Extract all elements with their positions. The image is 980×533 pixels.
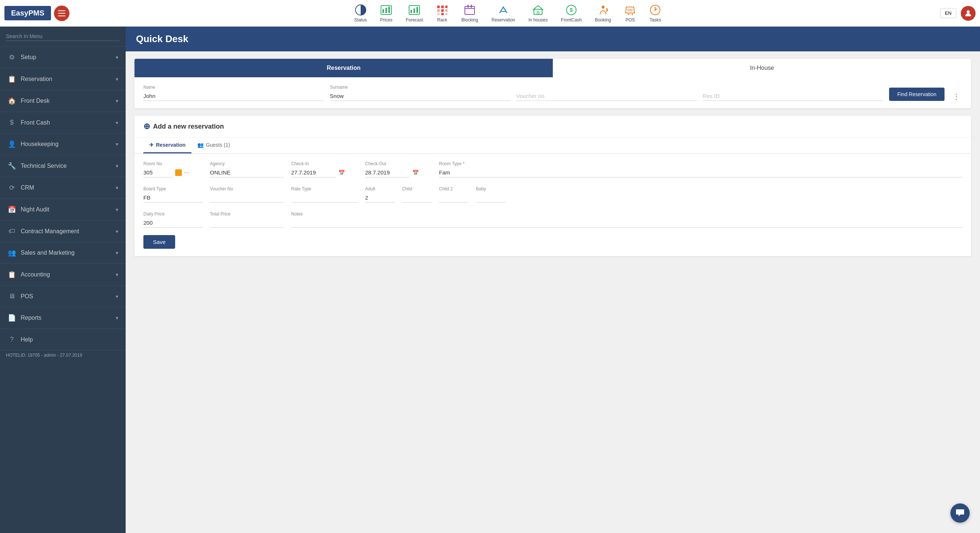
agency-cell: Agency	[210, 161, 284, 177]
notes-input[interactable]	[291, 218, 962, 228]
surname-input[interactable]	[330, 91, 511, 101]
page-title: Quick Desk	[136, 33, 188, 45]
svg-rect-16	[441, 13, 444, 15]
more-options-button[interactable]: ⋮	[950, 92, 962, 101]
inner-tab-reservation-label: Reservation	[156, 142, 186, 148]
sidebar-item-salesmarketing[interactable]: 👥 Sales and Marketing ▾	[0, 242, 126, 264]
agency-input[interactable]	[210, 168, 284, 177]
baby-input[interactable]	[476, 193, 506, 202]
sidebar-item-pos[interactable]: 🖥 POS ▾	[0, 286, 126, 307]
sidebar-item-crm[interactable]: ⟳ CRM ▾	[0, 177, 126, 199]
sidebar-item-setup-label: Setup	[21, 54, 36, 60]
checkout-calendar-icon[interactable]: 📅	[412, 170, 419, 175]
totalprice-input[interactable]	[210, 218, 284, 228]
nav-inhouses[interactable]: In houses	[522, 2, 554, 25]
sidebar-item-contractmgmt-label: Contract Management	[21, 228, 79, 235]
inner-tab-reservation-icon: ✈	[149, 142, 154, 148]
roomtype-input[interactable]	[439, 168, 962, 177]
sidebar: ⚙ Setup ▾ 📋 Reservation ▾ 🏠 Front Desk ▾…	[0, 27, 126, 533]
name-input[interactable]	[143, 91, 324, 101]
sidebar-item-housekeeping[interactable]: 👤 Housekeeping ▾	[0, 134, 126, 155]
sidebar-item-contractmgmt[interactable]: 🏷 Contract Management ▾	[0, 221, 126, 242]
page-header: Quick Desk	[126, 27, 980, 51]
nav-status[interactable]: Status	[348, 2, 374, 25]
sidebar-item-technicalservice[interactable]: 🔧 Technical Service ▾	[0, 155, 126, 177]
chat-bubble[interactable]	[950, 503, 970, 523]
checkin-calendar-icon[interactable]: 📅	[339, 170, 345, 175]
notes-label: Notes	[291, 212, 962, 216]
room-no-input[interactable]	[143, 168, 173, 177]
boardtype-input[interactable]	[143, 193, 202, 202]
child-label: Child	[402, 186, 432, 191]
nav-booking[interactable]: Booking	[588, 2, 617, 25]
nav-frontcash[interactable]: $ FrontCash	[554, 2, 588, 25]
nav-booking-label: Booking	[595, 18, 611, 22]
frontcash-icon: $	[565, 4, 577, 16]
sidebar-item-nightaudit[interactable]: 📅 Night Audit ▾	[0, 199, 126, 221]
nav-tasks[interactable]: Tasks	[643, 2, 668, 25]
ratetype-input[interactable]	[291, 193, 358, 202]
hamburger-button[interactable]	[54, 6, 70, 21]
add-reservation-title: Add a new reservation	[153, 123, 224, 130]
voucher-no-input[interactable]	[210, 193, 284, 202]
sidebar-item-reports[interactable]: 📄 Reports ▾	[0, 307, 126, 329]
child2-input[interactable]	[439, 193, 469, 202]
svg-rect-21	[471, 5, 472, 8]
svg-rect-3	[385, 8, 387, 13]
sidebar-item-frontcash[interactable]: $ Front Cash ▾	[0, 112, 126, 134]
checkin-input[interactable]	[291, 168, 336, 177]
child-input[interactable]	[402, 193, 432, 202]
svg-rect-7	[414, 8, 415, 13]
prices-icon	[380, 4, 392, 16]
ratetype-label: Rate Type	[291, 186, 358, 191]
sidebar-item-housekeeping-label: Housekeeping	[21, 141, 58, 148]
child-cell: Child	[402, 186, 432, 202]
find-reservation-form: Name Surname Find Reservation ⋮	[135, 77, 971, 108]
chevron-nightaudit: ▾	[116, 207, 118, 213]
room-no-cell: Room No ···	[143, 161, 202, 177]
nav-pos[interactable]: POS	[617, 2, 643, 25]
inner-tab-reservation[interactable]: ✈ Reservation	[143, 137, 191, 153]
save-button[interactable]: Save	[143, 235, 175, 249]
find-reservation-button[interactable]: Find Reservation	[889, 88, 945, 101]
tab-reservation[interactable]: Reservation	[135, 59, 553, 77]
nav-blocking[interactable]: Blocking	[455, 2, 485, 25]
app-logo: EasyPMS	[5, 6, 51, 20]
sidebar-item-frontdesk[interactable]: 🏠 Front Desk ▾	[0, 90, 126, 112]
svg-rect-4	[388, 6, 390, 13]
nav-prices[interactable]: Prices	[374, 2, 399, 25]
tab-inhouse[interactable]: In-House	[553, 59, 971, 77]
baby-label: Baby	[476, 186, 506, 191]
room-color-indicator	[175, 169, 182, 176]
svg-rect-12	[437, 9, 440, 12]
sidebar-search-input[interactable]	[6, 32, 120, 41]
svg-rect-20	[468, 5, 469, 8]
surname-field-container: Surname	[330, 84, 511, 101]
sidebar-item-reservation[interactable]: 📋 Reservation ▾	[0, 68, 126, 90]
checkout-input[interactable]	[365, 168, 409, 177]
main-layout: ⚙ Setup ▾ 📋 Reservation ▾ 🏠 Front Desk ▾…	[0, 27, 980, 533]
reservation-icon	[497, 4, 509, 16]
nav-rack[interactable]: Rack	[430, 2, 455, 25]
adult-input[interactable]	[365, 193, 395, 202]
form-row-3: Daily Price Total Price Notes	[143, 212, 962, 228]
dailyprice-input[interactable]	[143, 218, 202, 228]
lang-button[interactable]: EN	[940, 8, 956, 18]
child2-label: Child 2	[439, 186, 469, 191]
salesmarketing-icon: 👥	[7, 249, 16, 257]
voucher-input[interactable]	[516, 91, 697, 101]
room-dots-button[interactable]: ···	[184, 169, 189, 176]
user-avatar[interactable]	[961, 6, 975, 21]
nav-pos-label: POS	[625, 18, 635, 22]
sidebar-item-accounting[interactable]: 📋 Accounting ▾	[0, 264, 126, 286]
ratetype-cell: Rate Type	[291, 186, 358, 202]
sidebar-item-technicalservice-label: Technical Service	[21, 162, 67, 169]
nav-reservation[interactable]: Reservation	[485, 2, 522, 25]
nav-forecast[interactable]: Forecast	[399, 2, 430, 25]
name-field-container: Name	[143, 84, 324, 101]
sidebar-item-setup[interactable]: ⚙ Setup ▾	[0, 46, 126, 68]
nav-rack-label: Rack	[437, 18, 447, 22]
inner-tab-guests[interactable]: 👥 Guests (1)	[191, 137, 236, 153]
resid-input[interactable]	[703, 91, 883, 101]
sidebar-item-help[interactable]: ? Help	[0, 329, 126, 350]
